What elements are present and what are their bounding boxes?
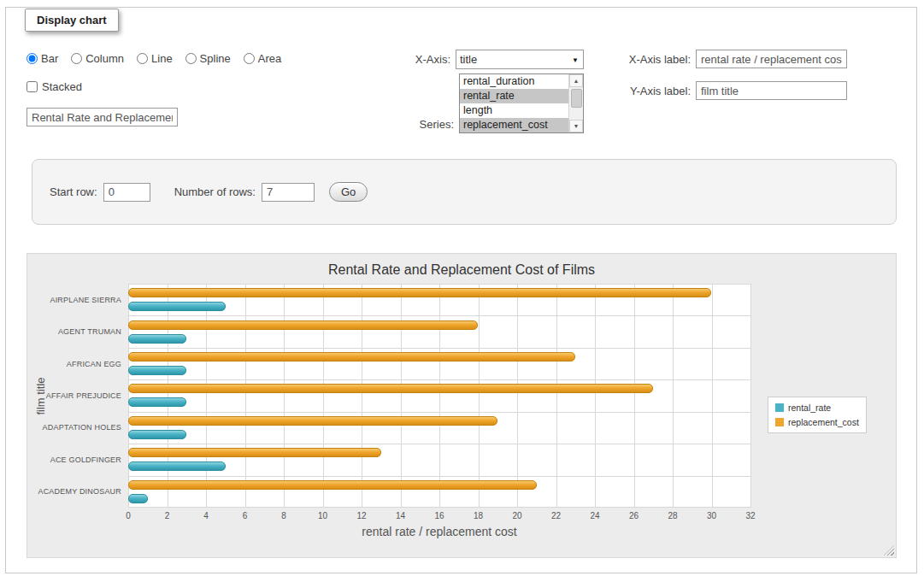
bar-replacement_cost [128, 288, 711, 297]
chart-type-option-column[interactable]: Column [71, 52, 124, 65]
stacked-label: Stacked [42, 80, 82, 93]
x-axis-label-input[interactable] [696, 50, 847, 68]
bar-rental_rate [128, 366, 186, 375]
start-row-input[interactable] [103, 183, 150, 202]
bar-rental_rate [128, 461, 226, 471]
x-tick-label: 22 [551, 511, 561, 520]
bar-replacement_cost [128, 480, 537, 490]
chart-resize-handle[interactable] [884, 545, 894, 556]
radio-bar[interactable] [26, 53, 38, 64]
bar-group [128, 315, 750, 347]
x-axis-title: rental rate / replacement cost [128, 525, 750, 538]
x-tick-label: 26 [629, 511, 639, 520]
chart-legend: rental_ratereplacement_cost [768, 397, 867, 433]
series-options: rental_durationrental_ratelengthreplacem… [460, 74, 568, 132]
stacked-checkbox[interactable] [26, 81, 38, 92]
radio-spline[interactable] [185, 53, 197, 64]
legend-swatch [775, 403, 784, 412]
go-button[interactable]: Go [329, 182, 368, 202]
x-tick-label: 8 [281, 511, 286, 520]
category-label: ACE GOLDFINGER [27, 444, 121, 475]
chart-container: Rental Rate and Replacement Cost of Film… [26, 253, 897, 558]
x-tick-label: 24 [590, 511, 599, 520]
number-of-rows-input[interactable] [262, 183, 315, 202]
legend-swatch [775, 418, 784, 426]
scrollbar-thumb[interactable] [571, 89, 582, 108]
display-chart-fieldset: Display chart Bar Column Line Spline Are… [5, 7, 917, 573]
gridline-vertical [750, 284, 751, 508]
plot-area [128, 284, 750, 508]
chart-title-input[interactable] [26, 108, 178, 126]
chart-title-field-row [26, 108, 178, 126]
bar-replacement_cost [128, 448, 381, 457]
series-option-replacement_cost[interactable]: replacement_cost [460, 118, 568, 132]
series-listbox[interactable]: rental_durationrental_ratelengthreplacem… [459, 73, 584, 133]
y-axis-label-input[interactable] [696, 81, 847, 100]
bar-replacement_cost [128, 384, 653, 393]
category-label: AFRICAN EGG [27, 348, 121, 379]
radio-column[interactable] [71, 53, 82, 64]
x-tick-label: 32 [745, 511, 755, 520]
bar-rental_rate [128, 334, 186, 344]
series-label: Series: [420, 118, 454, 131]
bar-group [128, 476, 750, 508]
x-tick-label: 2 [165, 511, 170, 520]
x-tick-label: 4 [203, 511, 209, 520]
chart-type-option-bar[interactable]: Bar [26, 52, 58, 65]
start-row-label: Start row: [50, 185, 97, 198]
category-label: ADAPTATION HOLES [27, 412, 121, 444]
series-option-rental_rate[interactable]: rental_rate [460, 89, 568, 103]
stacked-option[interactable]: Stacked [26, 80, 82, 93]
legend-item-replacement_cost[interactable]: replacement_cost [775, 417, 859, 427]
bar-group [128, 379, 750, 411]
radio-spline-label: Spline [200, 52, 231, 65]
x-tick-label: 28 [668, 511, 677, 520]
series-select-group: Series: rental_durationrental_ratelength… [365, 73, 584, 133]
legend-label: replacement_cost [788, 417, 859, 427]
chart-type-option-area[interactable]: Area [244, 52, 281, 65]
x-axis-select-label: X-Axis: [415, 53, 450, 66]
radio-line[interactable] [137, 53, 148, 64]
radio-line-label: Line [151, 52, 173, 65]
y-axis-label-group: Y-Axis label: [604, 81, 847, 100]
bar-group [128, 284, 750, 315]
chart-type-options: Bar Column Line Spline Area [26, 52, 281, 65]
bar-group [128, 444, 750, 475]
series-option-length[interactable]: length [460, 103, 568, 118]
legend-label: rental_rate [788, 403, 831, 413]
x-axis-select[interactable]: title [456, 50, 584, 69]
x-tick-labels: 02468101214161820222426283032 [128, 511, 750, 521]
fieldset-legend: Display chart [25, 9, 119, 32]
bar-rental_rate [128, 397, 186, 407]
series-option-rental_duration[interactable]: rental_duration [460, 74, 568, 89]
x-tick-label: 6 [243, 511, 248, 520]
category-label: AFFAIR PREJUDICE [27, 379, 121, 411]
x-axis-select-group: X-Axis: title ▼ [365, 50, 584, 69]
x-tick-label: 14 [396, 511, 405, 520]
rows-control-panel: Start row: Number of rows: Go [32, 159, 897, 225]
x-axis-label-label: X-Axis label: [629, 53, 691, 66]
legend-item-rental_rate[interactable]: rental_rate [775, 403, 859, 413]
bar-replacement_cost [128, 352, 575, 362]
bar-rental_rate [128, 494, 148, 503]
scroll-up-icon[interactable]: ▲ [569, 74, 583, 87]
category-label: ACADEMY DINOSAUR [27, 476, 121, 508]
scroll-down-icon[interactable]: ▼ [569, 120, 583, 132]
x-tick-label: 16 [434, 511, 444, 520]
x-tick-label: 10 [318, 511, 327, 520]
chart-type-option-line[interactable]: Line [137, 52, 173, 65]
x-axis-label-group: X-Axis label: [604, 50, 847, 68]
radio-bar-label: Bar [41, 52, 58, 65]
number-of-rows-label: Number of rows: [174, 185, 256, 198]
series-scrollbar[interactable]: ▲ ▼ [568, 74, 583, 132]
chart-type-option-spline[interactable]: Spline [185, 52, 231, 65]
x-tick-label: 18 [474, 511, 483, 520]
y-axis-label-label: Y-Axis label: [630, 85, 691, 97]
category-label: AIRPLANE SIERRA [27, 284, 121, 315]
bar-rental_rate [128, 430, 186, 439]
radio-area-label: Area [258, 52, 281, 65]
radio-column-label: Column [85, 52, 124, 65]
x-tick-label: 12 [356, 511, 366, 520]
bar-rental_rate [128, 302, 226, 311]
radio-area[interactable] [244, 53, 255, 64]
